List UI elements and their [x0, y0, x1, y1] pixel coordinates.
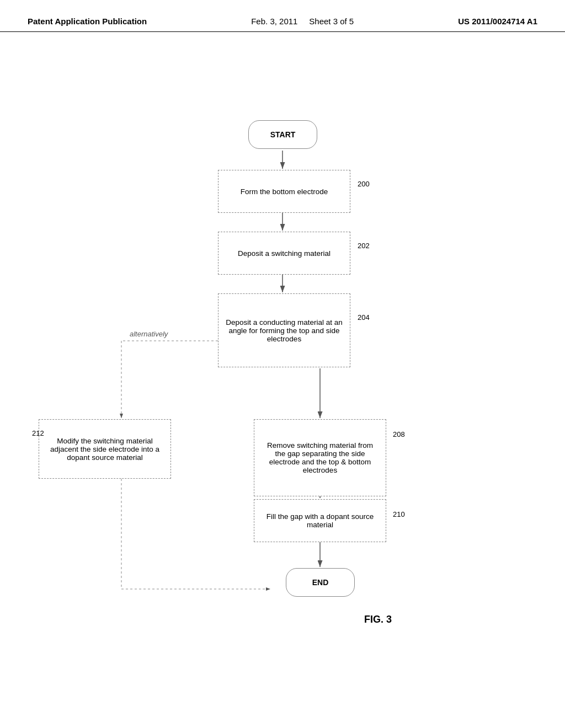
alternatively-label: alternatively [130, 330, 168, 338]
step-208-label: 208 [393, 430, 405, 438]
pub-date: Feb. 3, 2011 [251, 17, 297, 26]
step-212-text: Modify the switching material adjacent t… [46, 437, 164, 462]
step-210-text: Fill the gap with a dopant source materi… [261, 512, 379, 529]
step-202-text: Deposit a switching material [238, 249, 331, 258]
step-204-label: 204 [358, 313, 370, 322]
step-208-box: Remove switching material from the gap s… [254, 419, 386, 496]
step-212-box: Modify the switching material adjacent t… [39, 419, 171, 479]
page-header: Patent Application Publication Feb. 3, 2… [0, 0, 565, 32]
start-terminal: START [248, 120, 317, 149]
step-210-box: Fill the gap with a dopant source materi… [254, 499, 386, 542]
step-204-box: Deposit a conducting material at an angl… [218, 293, 350, 367]
sheet-info: Sheet 3 of 5 [309, 17, 354, 26]
publication-title: Patent Application Publication [28, 17, 147, 26]
step-212-label: 212 [32, 429, 44, 437]
step-204-text: Deposit a conducting material at an angl… [225, 318, 343, 343]
step-202-label: 202 [358, 242, 370, 250]
header-center: Feb. 3, 2011 Sheet 3 of 5 [251, 17, 354, 26]
patent-number: US 2011/0024714 A1 [458, 17, 537, 26]
step-200-box: Form the bottom electrode [218, 170, 350, 213]
fig-label: FIG. 3 [364, 614, 392, 625]
step-210-label: 210 [393, 510, 405, 518]
step-200-text: Form the bottom electrode [241, 188, 328, 196]
diagram-area: START Form the bottom electrode 200 Depo… [0, 32, 565, 694]
step-208-text: Remove switching material from the gap s… [261, 441, 379, 474]
step-200-label: 200 [358, 180, 370, 188]
step-202-box: Deposit a switching material [218, 232, 350, 275]
end-terminal: END [286, 568, 355, 597]
